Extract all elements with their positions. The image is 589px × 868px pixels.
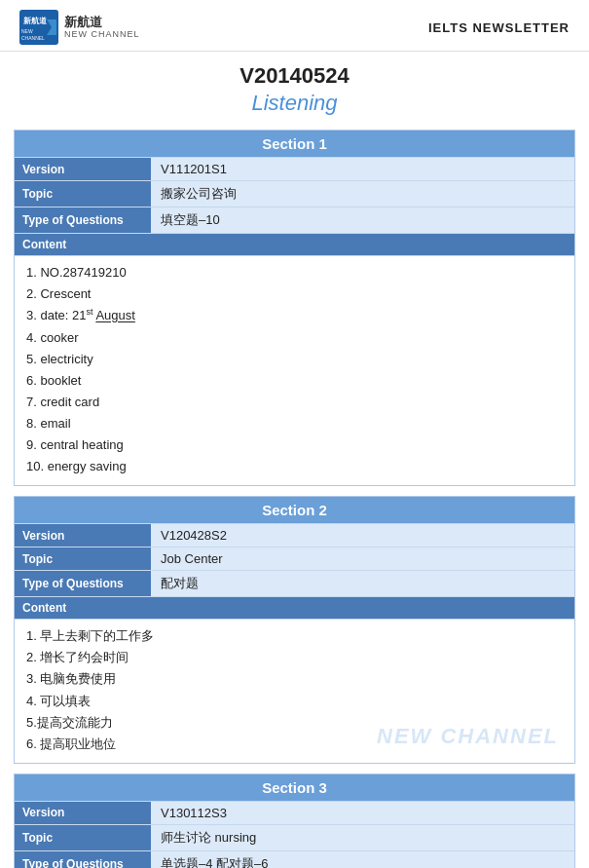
svg-text:CHANNEL: CHANNEL bbox=[21, 35, 45, 41]
section-1: Section 1VersionV111201S1Topic搬家公司咨询Type… bbox=[14, 130, 575, 486]
row-label-1: Topic bbox=[15, 181, 151, 207]
svg-text:NEW: NEW bbox=[21, 28, 33, 34]
section-1-content-label: Content bbox=[15, 233, 574, 255]
sections-container: Section 1VersionV111201S1Topic搬家公司咨询Type… bbox=[0, 130, 589, 868]
row-label-2: Type of Questions bbox=[15, 208, 151, 233]
section-2-row-0: VersionV120428S2 bbox=[15, 523, 574, 547]
content-item-2-0: 1. 早上去剩下的工作多 bbox=[26, 625, 563, 647]
row-value-2: 配对题 bbox=[151, 571, 574, 596]
section-1-header: Section 1 bbox=[15, 131, 574, 157]
content-item-1-2: 3. date: 21st August bbox=[26, 305, 563, 326]
content-item-1-7: 8. email bbox=[26, 413, 563, 434]
page-header: 新航道 NEW CHANNEL 新航道 NEW CHANNEL IELTS NE… bbox=[0, 0, 589, 52]
content-item-1-3: 4. cooker bbox=[26, 327, 563, 349]
section-2-content-body: 1. 早上去剩下的工作多2. 增长了约会时间3. 电脑免费使用4. 可以填表5.… bbox=[15, 619, 574, 763]
content-item-2-4: 5.提高交流能力 bbox=[26, 712, 563, 734]
page-title-area: V20140524 Listening bbox=[0, 52, 589, 120]
row-value-1: Job Center bbox=[151, 547, 574, 570]
row-label-0: Version bbox=[15, 524, 151, 547]
section-2-header: Section 2 bbox=[15, 497, 574, 523]
row-label-1: Topic bbox=[15, 547, 151, 570]
section-3-row-1: Topic师生讨论 nursing bbox=[15, 824, 574, 850]
svg-text:新航道: 新航道 bbox=[23, 16, 48, 25]
row-label-2: Type of Questions bbox=[15, 571, 151, 596]
content-item-2-5: 6. 提高职业地位 bbox=[26, 734, 563, 755]
content-item-1-4: 5. electricity bbox=[26, 349, 563, 370]
section-1-row-2: Type of Questions填空题–10 bbox=[15, 207, 574, 233]
section-3-header: Section 3 bbox=[15, 774, 574, 801]
logo: 新航道 NEW CHANNEL 新航道 NEW CHANNEL bbox=[19, 10, 140, 45]
newsletter-title: IELTS NEWSLETTER bbox=[428, 20, 570, 35]
section-1-content-body: 1. NO.2874192102. Crescent3. date: 21st … bbox=[15, 255, 574, 485]
page-version: V20140524 bbox=[0, 63, 589, 89]
content-item-1-8: 9. central heating bbox=[26, 434, 563, 456]
logo-text: 新航道 NEW CHANNEL bbox=[64, 15, 140, 40]
section-2-row-2: Type of Questions配对题 bbox=[15, 570, 574, 596]
row-label-2: Type of Questions bbox=[15, 851, 151, 868]
row-label-0: Version bbox=[15, 802, 151, 824]
logo-icon: 新航道 NEW CHANNEL bbox=[19, 10, 58, 45]
section-2-row-1: TopicJob Center bbox=[15, 547, 574, 570]
row-value-0: V130112S3 bbox=[151, 802, 574, 824]
content-item-1-9: 10. energy saving bbox=[26, 456, 563, 477]
content-item-2-3: 4. 可以填表 bbox=[26, 691, 563, 712]
content-item-1-1: 2. Crescent bbox=[26, 283, 563, 305]
row-value-2: 单选题–4 配对题–6 bbox=[151, 851, 574, 868]
content-item-1-5: 6. booklet bbox=[26, 370, 563, 392]
section-3: Section 3VersionV130112S3Topic师生讨论 nursi… bbox=[14, 774, 575, 868]
row-label-1: Topic bbox=[15, 825, 151, 850]
content-item-2-1: 2. 增长了约会时间 bbox=[26, 647, 563, 668]
section-1-row-0: VersionV111201S1 bbox=[15, 157, 574, 180]
section-2-content-label: Content bbox=[15, 596, 574, 619]
content-item-1-0: 1. NO.287419210 bbox=[26, 262, 563, 283]
row-value-1: 师生讨论 nursing bbox=[151, 825, 574, 850]
content-item-2-2: 3. 电脑免费使用 bbox=[26, 668, 563, 690]
row-label-0: Version bbox=[15, 158, 151, 180]
row-value-2: 填空题–10 bbox=[151, 208, 574, 233]
page-category: Listening bbox=[0, 91, 589, 116]
section-3-row-2: Type of Questions单选题–4 配对题–6 bbox=[15, 850, 574, 868]
section-3-row-0: VersionV130112S3 bbox=[15, 801, 574, 824]
section-2: Section 2VersionV120428S2TopicJob Center… bbox=[14, 496, 575, 764]
row-value-1: 搬家公司咨询 bbox=[151, 181, 574, 207]
content-item-1-6: 7. credit card bbox=[26, 392, 563, 413]
row-value-0: V120428S2 bbox=[151, 524, 574, 547]
logo-en: NEW CHANNEL bbox=[64, 29, 140, 40]
logo-cn: 新航道 bbox=[64, 15, 140, 30]
row-value-0: V111201S1 bbox=[151, 158, 574, 180]
section-1-row-1: Topic搬家公司咨询 bbox=[15, 180, 574, 207]
